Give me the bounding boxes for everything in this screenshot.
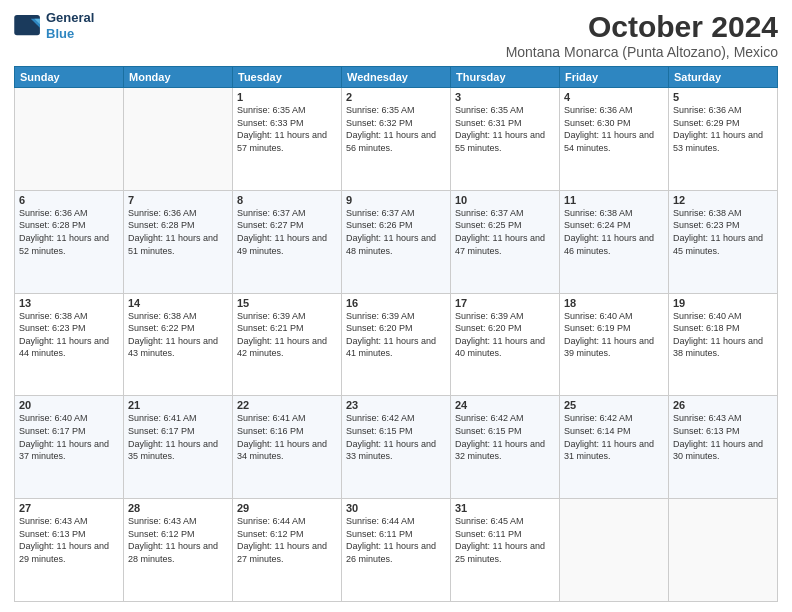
day-number: 28 xyxy=(128,502,228,514)
day-detail: Sunrise: 6:36 AM Sunset: 6:30 PM Dayligh… xyxy=(564,104,664,154)
day-detail: Sunrise: 6:35 AM Sunset: 6:31 PM Dayligh… xyxy=(455,104,555,154)
table-cell xyxy=(560,499,669,602)
day-number: 2 xyxy=(346,91,446,103)
day-detail: Sunrise: 6:36 AM Sunset: 6:28 PM Dayligh… xyxy=(19,207,119,257)
table-cell: 14Sunrise: 6:38 AM Sunset: 6:22 PM Dayli… xyxy=(124,293,233,396)
table-cell: 20Sunrise: 6:40 AM Sunset: 6:17 PM Dayli… xyxy=(15,396,124,499)
day-number: 24 xyxy=(455,399,555,411)
table-cell: 28Sunrise: 6:43 AM Sunset: 6:12 PM Dayli… xyxy=(124,499,233,602)
table-cell: 25Sunrise: 6:42 AM Sunset: 6:14 PM Dayli… xyxy=(560,396,669,499)
day-number: 9 xyxy=(346,194,446,206)
table-cell: 6Sunrise: 6:36 AM Sunset: 6:28 PM Daylig… xyxy=(15,190,124,293)
day-number: 23 xyxy=(346,399,446,411)
day-number: 16 xyxy=(346,297,446,309)
day-number: 17 xyxy=(455,297,555,309)
day-detail: Sunrise: 6:43 AM Sunset: 6:13 PM Dayligh… xyxy=(673,412,773,462)
day-number: 27 xyxy=(19,502,119,514)
table-cell: 10Sunrise: 6:37 AM Sunset: 6:25 PM Dayli… xyxy=(451,190,560,293)
table-cell xyxy=(15,88,124,191)
table-cell: 4Sunrise: 6:36 AM Sunset: 6:30 PM Daylig… xyxy=(560,88,669,191)
day-number: 14 xyxy=(128,297,228,309)
day-number: 19 xyxy=(673,297,773,309)
day-detail: Sunrise: 6:35 AM Sunset: 6:32 PM Dayligh… xyxy=(346,104,446,154)
table-cell: 27Sunrise: 6:43 AM Sunset: 6:13 PM Dayli… xyxy=(15,499,124,602)
day-number: 26 xyxy=(673,399,773,411)
col-thursday: Thursday xyxy=(451,67,560,88)
table-cell: 5Sunrise: 6:36 AM Sunset: 6:29 PM Daylig… xyxy=(669,88,778,191)
day-detail: Sunrise: 6:41 AM Sunset: 6:17 PM Dayligh… xyxy=(128,412,228,462)
table-cell: 21Sunrise: 6:41 AM Sunset: 6:17 PM Dayli… xyxy=(124,396,233,499)
day-detail: Sunrise: 6:40 AM Sunset: 6:17 PM Dayligh… xyxy=(19,412,119,462)
table-cell: 13Sunrise: 6:38 AM Sunset: 6:23 PM Dayli… xyxy=(15,293,124,396)
day-detail: Sunrise: 6:38 AM Sunset: 6:24 PM Dayligh… xyxy=(564,207,664,257)
day-number: 18 xyxy=(564,297,664,309)
day-detail: Sunrise: 6:42 AM Sunset: 6:14 PM Dayligh… xyxy=(564,412,664,462)
day-detail: Sunrise: 6:41 AM Sunset: 6:16 PM Dayligh… xyxy=(237,412,337,462)
day-detail: Sunrise: 6:37 AM Sunset: 6:27 PM Dayligh… xyxy=(237,207,337,257)
table-cell: 2Sunrise: 6:35 AM Sunset: 6:32 PM Daylig… xyxy=(342,88,451,191)
table-cell: 22Sunrise: 6:41 AM Sunset: 6:16 PM Dayli… xyxy=(233,396,342,499)
day-detail: Sunrise: 6:39 AM Sunset: 6:20 PM Dayligh… xyxy=(346,310,446,360)
day-number: 30 xyxy=(346,502,446,514)
day-number: 22 xyxy=(237,399,337,411)
logo-icon xyxy=(14,15,42,37)
day-number: 25 xyxy=(564,399,664,411)
table-cell: 8Sunrise: 6:37 AM Sunset: 6:27 PM Daylig… xyxy=(233,190,342,293)
day-detail: Sunrise: 6:39 AM Sunset: 6:20 PM Dayligh… xyxy=(455,310,555,360)
col-tuesday: Tuesday xyxy=(233,67,342,88)
day-number: 12 xyxy=(673,194,773,206)
col-friday: Friday xyxy=(560,67,669,88)
sub-title: Montana Monarca (Punta Altozano), Mexico xyxy=(506,44,778,60)
table-cell: 12Sunrise: 6:38 AM Sunset: 6:23 PM Dayli… xyxy=(669,190,778,293)
day-detail: Sunrise: 6:42 AM Sunset: 6:15 PM Dayligh… xyxy=(346,412,446,462)
table-cell: 9Sunrise: 6:37 AM Sunset: 6:26 PM Daylig… xyxy=(342,190,451,293)
table-cell: 26Sunrise: 6:43 AM Sunset: 6:13 PM Dayli… xyxy=(669,396,778,499)
day-number: 11 xyxy=(564,194,664,206)
day-number: 20 xyxy=(19,399,119,411)
col-wednesday: Wednesday xyxy=(342,67,451,88)
day-detail: Sunrise: 6:38 AM Sunset: 6:23 PM Dayligh… xyxy=(19,310,119,360)
day-number: 8 xyxy=(237,194,337,206)
day-number: 7 xyxy=(128,194,228,206)
day-detail: Sunrise: 6:36 AM Sunset: 6:28 PM Dayligh… xyxy=(128,207,228,257)
table-cell: 30Sunrise: 6:44 AM Sunset: 6:11 PM Dayli… xyxy=(342,499,451,602)
logo: General Blue xyxy=(14,10,94,41)
page: General Blue October 2024 Montana Monarc… xyxy=(0,0,792,612)
day-detail: Sunrise: 6:44 AM Sunset: 6:11 PM Dayligh… xyxy=(346,515,446,565)
logo-line1: General xyxy=(46,10,94,26)
table-cell: 11Sunrise: 6:38 AM Sunset: 6:24 PM Dayli… xyxy=(560,190,669,293)
main-title: October 2024 xyxy=(506,10,778,44)
day-number: 1 xyxy=(237,91,337,103)
day-detail: Sunrise: 6:40 AM Sunset: 6:18 PM Dayligh… xyxy=(673,310,773,360)
day-detail: Sunrise: 6:38 AM Sunset: 6:23 PM Dayligh… xyxy=(673,207,773,257)
table-cell: 15Sunrise: 6:39 AM Sunset: 6:21 PM Dayli… xyxy=(233,293,342,396)
day-number: 10 xyxy=(455,194,555,206)
day-number: 21 xyxy=(128,399,228,411)
col-saturday: Saturday xyxy=(669,67,778,88)
day-detail: Sunrise: 6:43 AM Sunset: 6:12 PM Dayligh… xyxy=(128,515,228,565)
calendar-header-row: Sunday Monday Tuesday Wednesday Thursday… xyxy=(15,67,778,88)
col-sunday: Sunday xyxy=(15,67,124,88)
day-detail: Sunrise: 6:36 AM Sunset: 6:29 PM Dayligh… xyxy=(673,104,773,154)
day-detail: Sunrise: 6:35 AM Sunset: 6:33 PM Dayligh… xyxy=(237,104,337,154)
table-cell: 17Sunrise: 6:39 AM Sunset: 6:20 PM Dayli… xyxy=(451,293,560,396)
day-detail: Sunrise: 6:45 AM Sunset: 6:11 PM Dayligh… xyxy=(455,515,555,565)
day-detail: Sunrise: 6:43 AM Sunset: 6:13 PM Dayligh… xyxy=(19,515,119,565)
day-number: 3 xyxy=(455,91,555,103)
table-cell xyxy=(669,499,778,602)
table-cell: 3Sunrise: 6:35 AM Sunset: 6:31 PM Daylig… xyxy=(451,88,560,191)
table-cell: 23Sunrise: 6:42 AM Sunset: 6:15 PM Dayli… xyxy=(342,396,451,499)
title-block: October 2024 Montana Monarca (Punta Alto… xyxy=(506,10,778,60)
day-detail: Sunrise: 6:40 AM Sunset: 6:19 PM Dayligh… xyxy=(564,310,664,360)
day-number: 29 xyxy=(237,502,337,514)
col-monday: Monday xyxy=(124,67,233,88)
table-cell: 24Sunrise: 6:42 AM Sunset: 6:15 PM Dayli… xyxy=(451,396,560,499)
day-detail: Sunrise: 6:37 AM Sunset: 6:26 PM Dayligh… xyxy=(346,207,446,257)
day-detail: Sunrise: 6:39 AM Sunset: 6:21 PM Dayligh… xyxy=(237,310,337,360)
logo-line2: Blue xyxy=(46,26,94,42)
day-number: 15 xyxy=(237,297,337,309)
day-number: 31 xyxy=(455,502,555,514)
day-number: 4 xyxy=(564,91,664,103)
header: General Blue October 2024 Montana Monarc… xyxy=(14,10,778,60)
day-number: 5 xyxy=(673,91,773,103)
